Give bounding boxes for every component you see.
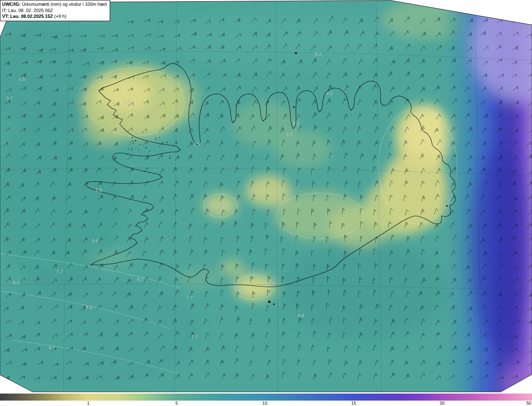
product-title-line: UWC/IG: Úrkomumætti (mm) og vindur i 100… [2,1,107,7]
colorbar-tick-label: 50 [526,401,531,406]
valid-time-line: VT: Lau. 08.02.2025 15Z (+9 h) [2,13,107,20]
colorbar-tick-label: 15 [351,401,356,406]
product-description: Úrkomumætti (mm) og vindur i 100m hæð [21,2,107,7]
colorbar-tick-label: 5 [175,401,178,406]
weather-map-stage: 5.53.72.98.24.03.13.21.92.82.43.97.78.06… [0,0,532,406]
forecast-lead: (+9 h) [53,14,66,19]
precipitation-colorbar [0,394,532,401]
product-code: UWC/IG: [2,2,21,7]
valid-time: VT: Lau. 08.02.2025 15Z [2,14,53,19]
precipitation-wind-map [0,0,532,393]
init-time-line: IT: Lau. 08. 02. 2025 06Z [2,7,107,14]
colorbar-tick-labels: 1510153050 [0,401,532,406]
colorbar-tick-label: 10 [263,401,268,406]
map-title-box: UWC/IG: Úrkomumætti (mm) og vindur i 100… [0,0,110,21]
colorbar-tick-label: 1 [87,401,90,406]
colorbar-tick-label: 30 [440,401,445,406]
